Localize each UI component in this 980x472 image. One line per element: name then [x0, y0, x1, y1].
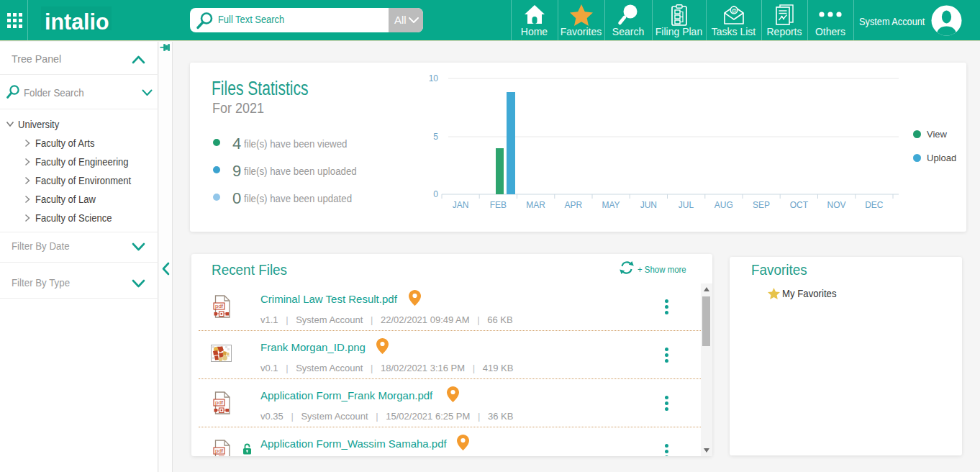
- svg-text:MAR: MAR: [526, 200, 545, 210]
- svg-text:FEB: FEB: [490, 200, 507, 210]
- svg-text:JUN: JUN: [640, 200, 657, 210]
- svg-text:pdf: pdf: [215, 399, 224, 406]
- svg-text:DEC: DEC: [865, 200, 884, 210]
- svg-text:0: 0: [433, 189, 438, 199]
- svg-text:pdf: pdf: [215, 303, 224, 309]
- svg-text:MAY: MAY: [602, 200, 620, 210]
- svg-text:SEP: SEP: [753, 200, 770, 210]
- svg-text:APR: APR: [564, 200, 582, 210]
- svg-text:5: 5: [433, 132, 438, 142]
- svg-text:10: 10: [429, 73, 439, 83]
- svg-text:@: @: [731, 7, 737, 14]
- svg-text:AUG: AUG: [714, 200, 733, 210]
- svg-text:JUL: JUL: [679, 200, 694, 210]
- svg-text:pdf: pdf: [215, 448, 224, 454]
- svg-text:NOV: NOV: [827, 200, 845, 210]
- svg-text:OCT: OCT: [790, 200, 809, 210]
- svg-text:JAN: JAN: [453, 200, 469, 210]
